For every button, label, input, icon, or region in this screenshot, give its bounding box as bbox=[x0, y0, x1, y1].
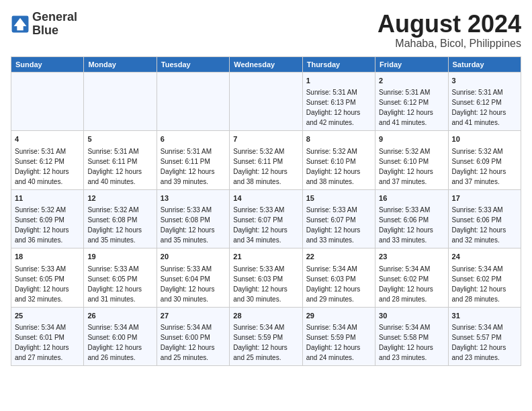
cell-content-line: Daylight: 12 hours bbox=[15, 342, 80, 353]
cell-content-line: Sunset: 6:11 PM bbox=[161, 156, 226, 167]
cell-content-line: Sunrise: 5:33 AM bbox=[15, 264, 80, 274]
calendar-cell: 10Sunrise: 5:32 AMSunset: 6:09 PMDayligh… bbox=[448, 131, 521, 190]
cell-content-line: and 41 minutes. bbox=[379, 118, 444, 128]
cell-content-line: and 30 minutes. bbox=[233, 294, 298, 304]
day-number: 9 bbox=[379, 134, 444, 145]
calendar-cell: 28Sunrise: 5:34 AMSunset: 5:59 PMDayligh… bbox=[230, 307, 302, 366]
cell-content-line: Sunrise: 5:31 AM bbox=[306, 87, 371, 97]
cell-content-line: and 41 minutes. bbox=[452, 118, 517, 128]
calendar-cell: 12Sunrise: 5:32 AMSunset: 6:08 PMDayligh… bbox=[84, 189, 157, 248]
calendar-cell: 20Sunrise: 5:33 AMSunset: 6:04 PMDayligh… bbox=[157, 248, 229, 308]
cell-content-line: Sunrise: 5:34 AM bbox=[161, 322, 226, 332]
calendar-cell: 21Sunrise: 5:33 AMSunset: 6:03 PMDayligh… bbox=[230, 248, 302, 308]
cell-content-line: Daylight: 12 hours bbox=[452, 342, 517, 353]
cell-content-line: and 35 minutes. bbox=[87, 235, 152, 245]
day-number: 20 bbox=[161, 251, 226, 263]
header-friday: Friday bbox=[375, 56, 448, 72]
cell-content-line: Sunset: 6:06 PM bbox=[379, 215, 444, 225]
cell-content-line: Sunrise: 5:31 AM bbox=[15, 146, 80, 156]
header-monday: Monday bbox=[84, 56, 157, 72]
calendar-week-row: 1Sunrise: 5:31 AMSunset: 6:13 PMDaylight… bbox=[11, 72, 521, 131]
calendar-cell: 11Sunrise: 5:32 AMSunset: 6:09 PMDayligh… bbox=[11, 189, 84, 248]
calendar-cell bbox=[84, 72, 157, 131]
cell-content-line: Sunset: 6:03 PM bbox=[306, 274, 371, 284]
calendar-cell: 14Sunrise: 5:33 AMSunset: 6:07 PMDayligh… bbox=[230, 189, 302, 248]
cell-content-line: Daylight: 12 hours bbox=[87, 342, 152, 353]
cell-content-line: Sunrise: 5:34 AM bbox=[379, 264, 444, 274]
cell-content-line: and 31 minutes. bbox=[87, 294, 152, 304]
day-number: 8 bbox=[306, 134, 371, 145]
calendar-cell: 22Sunrise: 5:34 AMSunset: 6:03 PMDayligh… bbox=[302, 248, 375, 308]
calendar-cell: 3Sunrise: 5:31 AMSunset: 6:12 PMDaylight… bbox=[448, 72, 521, 131]
cell-content-line: Daylight: 12 hours bbox=[161, 225, 226, 235]
cell-content-line: Sunrise: 5:32 AM bbox=[15, 205, 80, 215]
header-thursday: Thursday bbox=[302, 56, 375, 72]
calendar-cell bbox=[230, 72, 302, 131]
cell-content-line: and 25 minutes. bbox=[233, 353, 298, 363]
day-number: 17 bbox=[452, 193, 517, 204]
day-number: 11 bbox=[15, 193, 80, 204]
calendar-cell: 13Sunrise: 5:33 AMSunset: 6:08 PMDayligh… bbox=[157, 189, 229, 248]
cell-content-line: and 35 minutes. bbox=[161, 235, 226, 245]
cell-content-line: and 38 minutes. bbox=[233, 177, 298, 187]
cell-content-line: Sunrise: 5:31 AM bbox=[87, 146, 152, 156]
cell-content-line: Daylight: 12 hours bbox=[306, 284, 371, 294]
cell-content-line: Sunrise: 5:32 AM bbox=[379, 146, 444, 156]
cell-content-line: Sunrise: 5:33 AM bbox=[87, 264, 152, 274]
cell-content-line: Sunset: 6:10 PM bbox=[379, 156, 444, 167]
cell-content-line: and 40 minutes. bbox=[15, 177, 80, 187]
header-wednesday: Wednesday bbox=[230, 56, 302, 72]
calendar-cell: 15Sunrise: 5:33 AMSunset: 6:07 PMDayligh… bbox=[302, 189, 375, 248]
calendar-cell: 29Sunrise: 5:34 AMSunset: 5:59 PMDayligh… bbox=[302, 307, 375, 366]
header-saturday: Saturday bbox=[448, 56, 521, 72]
cell-content-line: Sunset: 6:11 PM bbox=[87, 156, 152, 167]
cell-content-line: and 29 minutes. bbox=[306, 294, 371, 304]
day-number: 10 bbox=[452, 134, 517, 145]
cell-content-line: Daylight: 12 hours bbox=[379, 342, 444, 353]
calendar-week-row: 25Sunrise: 5:34 AMSunset: 6:01 PMDayligh… bbox=[11, 307, 521, 366]
header-tuesday: Tuesday bbox=[157, 56, 229, 72]
logo: General Blue bbox=[11, 11, 77, 38]
cell-content-line: Sunrise: 5:34 AM bbox=[379, 322, 444, 332]
day-number: 31 bbox=[452, 310, 517, 322]
cell-content-line: Sunset: 6:09 PM bbox=[15, 215, 80, 225]
cell-content-line: Sunrise: 5:33 AM bbox=[379, 205, 444, 215]
cell-content-line: Sunset: 6:12 PM bbox=[379, 97, 444, 107]
cell-content-line: and 42 minutes. bbox=[306, 118, 371, 128]
cell-content-line: Daylight: 12 hours bbox=[161, 167, 226, 177]
calendar-cell: 19Sunrise: 5:33 AMSunset: 6:05 PMDayligh… bbox=[84, 248, 157, 308]
cell-content-line: and 25 minutes. bbox=[161, 353, 226, 363]
cell-content-line: Daylight: 12 hours bbox=[87, 167, 152, 177]
cell-content-line: Daylight: 12 hours bbox=[233, 225, 298, 235]
cell-content-line: Daylight: 12 hours bbox=[233, 167, 298, 177]
cell-content-line: Sunset: 6:08 PM bbox=[161, 215, 226, 225]
cell-content-line: and 40 minutes. bbox=[87, 177, 152, 187]
cell-content-line: and 33 minutes. bbox=[306, 235, 371, 245]
calendar-subtitle: Mahaba, Bicol, Philippines bbox=[378, 38, 521, 50]
calendar-cell: 17Sunrise: 5:33 AMSunset: 6:06 PMDayligh… bbox=[448, 189, 521, 248]
day-number: 28 bbox=[233, 310, 298, 322]
calendar-cell: 6Sunrise: 5:31 AMSunset: 6:11 PMDaylight… bbox=[157, 131, 229, 190]
header-sunday: Sunday bbox=[11, 56, 84, 72]
cell-content-line: Sunset: 6:08 PM bbox=[87, 215, 152, 225]
cell-content-line: Sunset: 6:06 PM bbox=[452, 215, 517, 225]
cell-content-line: Sunrise: 5:34 AM bbox=[306, 322, 371, 332]
cell-content-line: Sunrise: 5:33 AM bbox=[452, 205, 517, 215]
cell-content-line: Sunrise: 5:31 AM bbox=[161, 146, 226, 156]
cell-content-line: Sunset: 6:01 PM bbox=[15, 332, 80, 342]
cell-content-line: Sunset: 6:03 PM bbox=[233, 274, 298, 284]
cell-content-line: Daylight: 12 hours bbox=[452, 225, 517, 235]
day-number: 30 bbox=[379, 310, 444, 322]
cell-content-line: and 26 minutes. bbox=[87, 353, 152, 363]
day-number: 13 bbox=[161, 193, 226, 204]
day-number: 3 bbox=[452, 75, 517, 87]
cell-content-line: and 30 minutes. bbox=[161, 294, 226, 304]
calendar-header: Sunday Monday Tuesday Wednesday Thursday… bbox=[11, 56, 521, 72]
cell-content-line: Daylight: 12 hours bbox=[233, 284, 298, 294]
cell-content-line: Daylight: 12 hours bbox=[452, 107, 517, 118]
day-number: 18 bbox=[15, 251, 80, 263]
cell-content-line: Daylight: 12 hours bbox=[233, 342, 298, 353]
calendar-cell: 5Sunrise: 5:31 AMSunset: 6:11 PMDaylight… bbox=[84, 131, 157, 190]
cell-content-line: and 27 minutes. bbox=[15, 353, 80, 363]
cell-content-line: Sunrise: 5:31 AM bbox=[452, 87, 517, 97]
